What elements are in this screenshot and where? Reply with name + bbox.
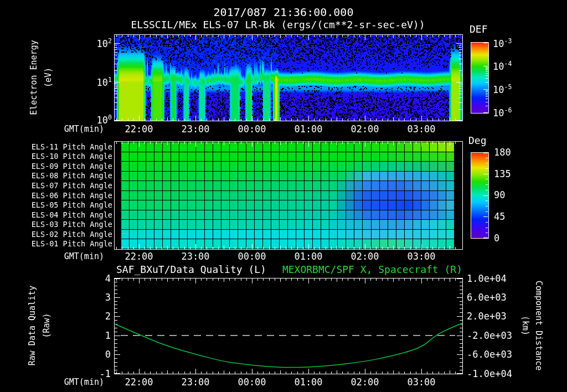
deg-colorbar-tick: 180 xyxy=(494,147,511,158)
line-left-axis-label: Raw Data Quality xyxy=(27,286,37,366)
pitch-xtick: 01:00 xyxy=(294,251,322,262)
spectrogram-ytick-1e1: 101 xyxy=(97,76,112,88)
plot-page: { "title": "2017/087 21:36:00.000", "sub… xyxy=(0,0,567,392)
spectrogram-xtick: 00:00 xyxy=(238,123,266,135)
def-colorbar-tick: 10-3 xyxy=(493,37,512,49)
line-xtick: 22:00 xyxy=(125,376,153,388)
pitch-xtick: 22:00 xyxy=(125,251,153,262)
line-xtick: 23:00 xyxy=(181,376,209,388)
pitch-row-label: ELS-06 Pitch Angle xyxy=(32,191,112,200)
deg-colorbar-tick: 45 xyxy=(494,211,505,222)
spectrogram-y-axis-units: (eV) xyxy=(43,68,53,87)
line-title-left: SAF_BXuT/Data Quality (L) xyxy=(116,264,266,275)
line-xtick: 03:00 xyxy=(407,376,435,388)
deg-colorbar-tick: 135 xyxy=(494,168,511,179)
line-title-right: MEXORBMC/SPF X, Spacecraft (R) xyxy=(282,264,462,275)
pitch-row-label: ELS-10 Pitch Angle xyxy=(32,152,112,161)
line-right-ytick: -6.0e+03 xyxy=(467,349,512,360)
deg-colorbar-tick: 90 xyxy=(494,189,505,200)
line-right-ytick: 2.0e+03 xyxy=(467,311,507,322)
line-right-ytick: 6.0e+03 xyxy=(467,292,507,303)
line-right-axis-units: (km) xyxy=(520,316,530,336)
spectrogram-x-axis-label: GMT(min) xyxy=(64,124,104,134)
pitch-xtick: 02:00 xyxy=(350,251,379,262)
spectrogram-xtick: 01:00 xyxy=(294,123,322,135)
pitch-xtick: 23:00 xyxy=(181,251,209,262)
pitch-xtick: 00:00 xyxy=(238,251,266,262)
deg-colorbar-title: Deg xyxy=(468,135,487,146)
spectrogram-y-axis-label: Electron Energy xyxy=(29,40,39,115)
pitch-xtick: 03:00 xyxy=(407,251,435,262)
pitch-row-label: ELS-09 Pitch Angle xyxy=(32,162,112,171)
line-x-axis-label: GMT(min) xyxy=(64,377,104,387)
line-xtick: 02:00 xyxy=(350,376,379,388)
deg-colorbar-tick: 0 xyxy=(494,233,499,244)
spectrogram-xtick: 23:00 xyxy=(181,123,209,135)
line-right-axis-label: Component Distance xyxy=(534,281,544,371)
pitch-x-axis-label: GMT(min) xyxy=(64,251,104,261)
spectrogram-xtick: 22:00 xyxy=(125,123,153,135)
spectrogram-ytick-1e2: 102 xyxy=(97,37,112,49)
line-xtick: 01:00 xyxy=(294,376,322,388)
page-title: 2017/087 21:36:00.000 xyxy=(0,6,567,19)
pitch-row-label: ELS-11 Pitch Angle xyxy=(32,142,112,151)
pitch-row-label: ELS-01 Pitch Angle xyxy=(32,239,112,248)
line-xtick: 00:00 xyxy=(238,376,266,388)
line-right-ytick: 1.0e+04 xyxy=(467,273,507,284)
pitch-row-label: ELS-04 Pitch Angle xyxy=(32,210,112,219)
pitch-row-label: ELS-07 Pitch Angle xyxy=(32,181,112,190)
line-left-ytick: 3 xyxy=(105,292,111,303)
def-colorbar-tick: 10-6 xyxy=(493,106,512,118)
spectrogram-xtick: 02:00 xyxy=(350,123,379,135)
line-left-axis-units: (Raw) xyxy=(42,313,51,338)
pitch-row-label: ELS-08 Pitch Angle xyxy=(32,171,112,180)
line-right-ytick: -1.0e+04 xyxy=(467,368,512,379)
spectrogram-xtick: 03:00 xyxy=(407,123,435,135)
line-left-ytick: 2 xyxy=(105,311,111,322)
def-colorbar-title: DEF xyxy=(470,23,488,35)
def-colorbar-tick: 10-5 xyxy=(493,83,512,95)
line-left-ytick: 4 xyxy=(105,273,111,284)
line-right-ytick: -2.0e+03 xyxy=(467,330,512,341)
def-colorbar-tick: 10-4 xyxy=(493,60,512,72)
pitch-row-label: ELS-02 Pitch Angle xyxy=(32,230,112,239)
line-left-ytick: 0 xyxy=(105,349,111,360)
pitch-row-label: ELS-03 Pitch Angle xyxy=(32,220,112,229)
line-left-ytick: 1 xyxy=(105,330,111,341)
pitch-row-label: ELS-05 Pitch Angle xyxy=(32,200,112,209)
